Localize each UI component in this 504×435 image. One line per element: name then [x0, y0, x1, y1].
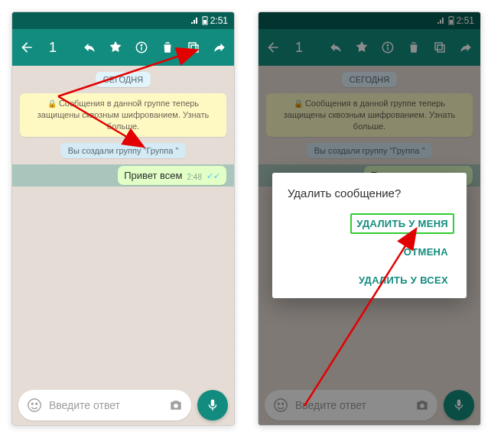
status-bar: 2:51: [12, 12, 234, 29]
message-bubble[interactable]: Привет всем 2:48 ✓✓: [118, 166, 226, 185]
encryption-notice[interactable]: 🔒Сообщения в данной группе теперь защище…: [20, 93, 226, 137]
svg-point-11: [174, 404, 178, 408]
svg-rect-7: [189, 43, 196, 50]
input-placeholder: Введите ответ: [49, 399, 162, 411]
delete-for-me-button[interactable]: УДАЛИТЬ У МЕНЯ: [350, 213, 454, 234]
svg-point-5: [141, 44, 142, 46]
info-icon[interactable]: [133, 39, 150, 56]
selection-count: 1: [49, 40, 57, 56]
delete-dialog: Удалить сообщение? УДАЛИТЬ У МЕНЯ ОТМЕНА…: [272, 173, 467, 298]
delete-for-all-button[interactable]: УДАЛИТЬ У ВСЕХ: [353, 270, 454, 291]
svg-rect-6: [191, 45, 198, 52]
svg-point-10: [36, 403, 37, 404]
message-input[interactable]: Введите ответ: [18, 390, 191, 420]
cancel-button[interactable]: ОТМЕНА: [398, 242, 454, 262]
message-row-selected[interactable]: Привет всем 2:48 ✓✓: [12, 164, 234, 187]
phone-screen-left: 2:51 1 СЕГОДНЯ 🔒Сообщения в данной групп…: [11, 11, 235, 426]
svg-rect-2: [204, 16, 206, 17]
copy-icon[interactable]: [185, 39, 202, 56]
svg-point-9: [31, 403, 33, 404]
message-text: Привет всем: [124, 170, 182, 181]
input-bar: Введите ответ: [12, 385, 234, 425]
star-icon[interactable]: [107, 39, 124, 56]
selection-app-bar: 1: [12, 29, 234, 66]
svg-rect-1: [203, 20, 206, 24]
read-ticks-icon: ✓✓: [206, 171, 220, 181]
mic-button[interactable]: [197, 390, 228, 420]
back-icon[interactable]: [18, 39, 35, 56]
dialog-title: Удалить сообщение?: [288, 187, 454, 200]
encryption-text: Сообщения в данной группе теперь защищен…: [37, 99, 209, 131]
lock-icon: 🔒: [47, 99, 57, 108]
status-time: 2:51: [210, 15, 228, 26]
signal-icon: [190, 17, 200, 24]
camera-icon[interactable]: [168, 398, 184, 413]
message-time: 2:48: [187, 173, 202, 181]
battery-icon: [202, 16, 208, 25]
forward-icon[interactable]: [211, 39, 228, 56]
svg-point-8: [28, 399, 41, 412]
date-chip: СЕГОДНЯ: [96, 72, 151, 87]
delete-icon[interactable]: [159, 39, 176, 56]
system-message: Вы создали группу "Группа ": [60, 143, 187, 158]
chat-body: СЕГОДНЯ 🔒Сообщения в данной группе тепер…: [12, 66, 234, 385]
phone-screen-right: 2:51 1 СЕГОДНЯ 🔒Сообщения в данной групп…: [258, 11, 481, 426]
reply-icon[interactable]: [81, 39, 98, 56]
emoji-icon[interactable]: [26, 397, 43, 414]
